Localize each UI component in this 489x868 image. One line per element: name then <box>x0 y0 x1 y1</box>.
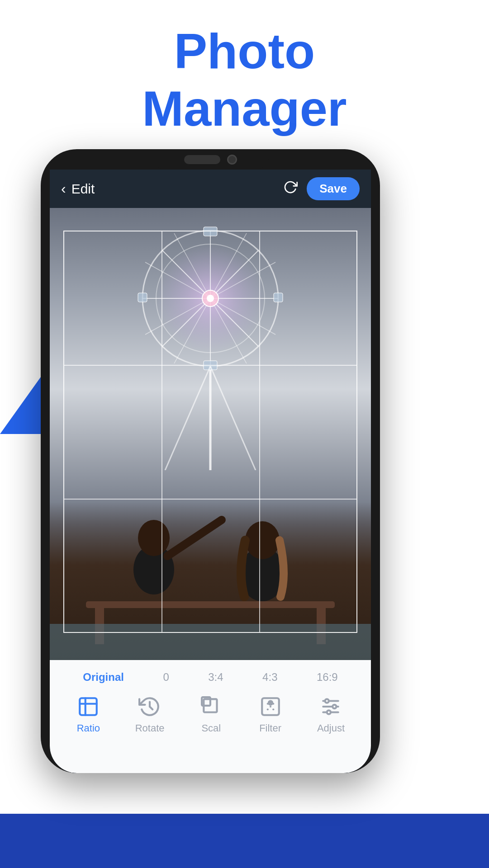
screen-header: ‹ Edit Save <box>50 170 371 208</box>
crop-grid-h2 <box>64 499 356 500</box>
phone-screen: ‹ Edit Save <box>50 170 371 773</box>
app-title-line1: Photo <box>174 23 315 79</box>
notch-camera <box>227 155 237 165</box>
ratio-4-3[interactable]: 4:3 <box>262 671 277 684</box>
ratio-original[interactable]: Original <box>83 671 124 684</box>
adjust-label: Adjust <box>317 722 345 734</box>
phone-mockup: ‹ Edit Save <box>41 149 380 773</box>
rotate-label: Rotate <box>135 722 165 734</box>
tool-icons-row: Ratio Rotate <box>50 689 371 741</box>
tool-ratio[interactable]: Ratio <box>76 694 101 734</box>
scal-icon <box>199 694 223 719</box>
app-title: Photo Manager <box>0 23 489 137</box>
scal-label: Scal <box>201 722 221 734</box>
filter-label: Filter <box>259 722 281 734</box>
filter-icon <box>258 694 283 719</box>
bottom-bar <box>0 814 489 868</box>
header-right: Save <box>283 177 360 200</box>
ratio-3-4[interactable]: 3:4 <box>208 671 223 684</box>
rotate-icon <box>138 694 162 719</box>
tool-adjust[interactable]: Adjust <box>317 694 345 734</box>
svg-point-40 <box>333 704 337 708</box>
crop-grid-h1 <box>64 365 356 366</box>
svg-line-31 <box>150 707 152 709</box>
app-title-line2: Manager <box>142 80 347 136</box>
tool-rotate[interactable]: Rotate <box>135 694 165 734</box>
svg-point-39 <box>325 699 329 703</box>
refresh-icon[interactable] <box>283 180 298 198</box>
notch-pill <box>184 155 220 164</box>
ratio-label: Ratio <box>77 722 100 734</box>
tool-filter[interactable]: Filter <box>258 694 283 734</box>
tool-scal[interactable]: Scal <box>199 694 223 734</box>
save-button[interactable]: Save <box>307 177 360 200</box>
ratio-options-row: Original 0 3:4 4:3 16:9 <box>50 660 371 689</box>
crop-grid-overlay[interactable] <box>63 231 357 633</box>
header-left: ‹ Edit <box>61 180 95 197</box>
svg-point-41 <box>327 710 331 714</box>
photo-area <box>50 208 371 660</box>
phone-notch <box>152 149 269 170</box>
bottom-toolbar: Original 0 3:4 4:3 16:9 <box>50 660 371 773</box>
adjust-icon <box>318 694 343 719</box>
back-arrow-icon[interactable]: ‹ <box>61 180 66 197</box>
ratio-16-9[interactable]: 16:9 <box>317 671 338 684</box>
crop-grid-v1 <box>161 231 162 632</box>
screen-title: Edit <box>71 181 95 197</box>
ratio-icon <box>76 694 101 719</box>
svg-rect-29 <box>80 698 97 715</box>
ratio-0[interactable]: 0 <box>163 671 169 684</box>
svg-point-35 <box>268 701 272 704</box>
crop-grid-v2 <box>259 231 260 632</box>
